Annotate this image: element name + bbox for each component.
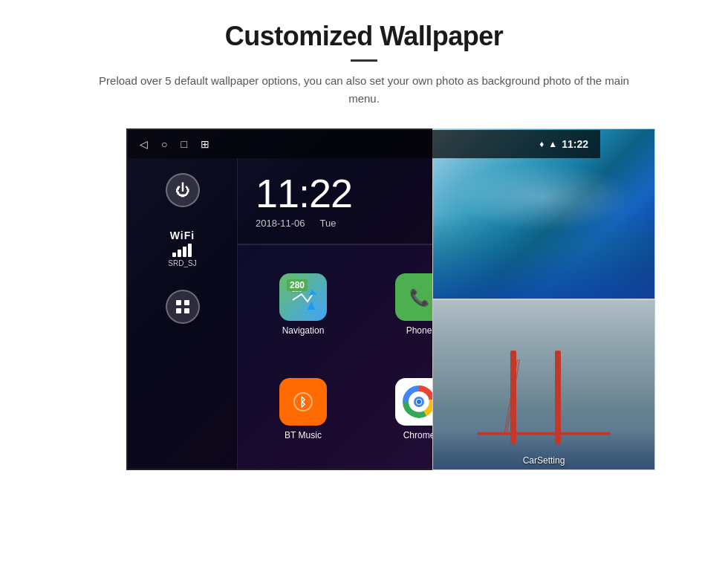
back-icon[interactable]: ◁ <box>140 138 148 150</box>
status-bar-right: ♦ ▲ 11:22 <box>539 138 588 150</box>
svg-rect-1 <box>184 300 189 305</box>
svg-text:ᛒ: ᛒ <box>299 396 307 409</box>
power-button[interactable]: ⏻ <box>166 173 200 207</box>
app-item-btmusic[interactable]: ᛒ BT Music <box>245 357 361 462</box>
phone-svg: 📞 <box>403 281 435 313</box>
page-subtitle: Preload over 5 default wallpaper options… <box>97 72 631 108</box>
day-value: Tue <box>320 218 337 229</box>
app-item-navigation[interactable]: 280 Navigation <box>245 253 361 357</box>
svg-rect-0 <box>176 300 181 305</box>
wifi-bar-4 <box>188 244 192 257</box>
wifi-bar-3 <box>183 247 186 257</box>
chrome-label: Chrome <box>403 430 435 440</box>
svg-point-27 <box>417 400 421 404</box>
location-icon: ♦ <box>539 139 544 149</box>
date-value: 2018-11-06 <box>256 218 305 229</box>
svg-rect-2 <box>176 308 181 313</box>
btmusic-label: BT Music <box>285 430 322 440</box>
wifi-bar-1 <box>172 253 176 257</box>
phone-label: Phone <box>406 325 432 336</box>
status-bar: ◁ ○ □ ⊞ ♦ ▲ 11:22 <box>128 130 600 158</box>
carsetting-label: CarSetting <box>523 455 565 466</box>
title-divider <box>351 59 377 62</box>
svg-text:📞: 📞 <box>409 287 430 307</box>
wifi-label: WiFi <box>170 230 195 241</box>
btmusic-svg: ᛒ <box>287 385 319 418</box>
wifi-status-icon: ▲ <box>548 139 557 149</box>
status-time: 11:22 <box>562 138 588 150</box>
wallpaper-previews: CarSetting <box>432 128 655 470</box>
ice-glow <box>455 163 632 231</box>
home-icon[interactable]: ○ <box>161 138 167 150</box>
wifi-bar-2 <box>178 250 181 257</box>
wifi-section: WiFi SRD_SJ <box>168 230 196 267</box>
status-bar-left: ◁ ○ □ ⊞ <box>140 138 209 150</box>
bridge-tower-right <box>555 351 561 443</box>
device-area: ◁ ○ □ ⊞ ♦ ▲ 11:22 ⏻ WiFi <box>45 128 683 470</box>
image-icon[interactable]: ⊞ <box>201 138 209 150</box>
svg-text:280: 280 <box>292 287 302 293</box>
btmusic-icon: ᛒ <box>279 378 327 426</box>
navigation-label: Navigation <box>282 325 325 336</box>
left-sidebar: ⏻ WiFi SRD_SJ <box>128 158 238 469</box>
page-title: Customized Wallpaper <box>97 21 631 52</box>
wallpaper-bottom[interactable]: CarSetting <box>432 299 655 470</box>
apps-grid-button[interactable] <box>166 290 200 324</box>
bridge-deck <box>478 432 611 435</box>
wifi-bars <box>172 244 192 257</box>
wifi-ssid: SRD_SJ <box>168 259 196 267</box>
navigation-icon: 280 <box>279 273 327 321</box>
grid-icon <box>175 299 190 314</box>
square-icon[interactable]: □ <box>181 138 186 150</box>
map-svg: 280 <box>287 281 319 313</box>
svg-rect-3 <box>184 308 189 313</box>
